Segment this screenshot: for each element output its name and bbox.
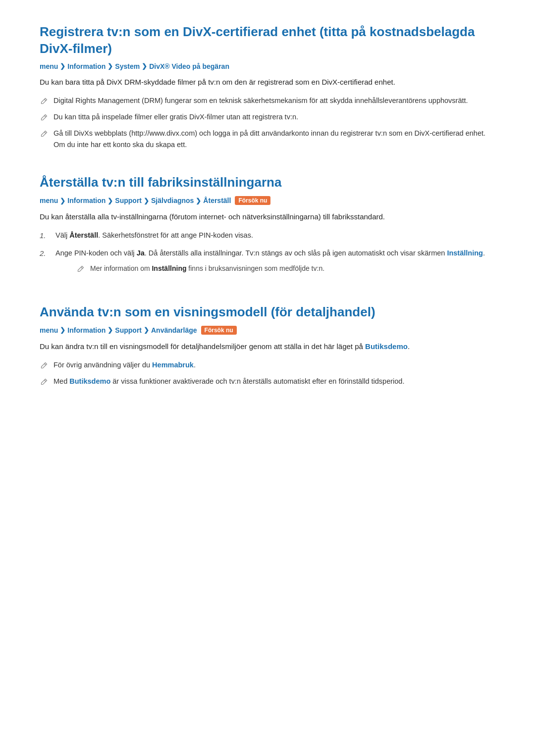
list-item: Mer information om Inställning finns i b… (76, 263, 485, 274)
step-2-content: Ange PIN-koden och välj Ja. Då återställ… (55, 248, 485, 280)
breadcrumb-store-sep-2: ❯ (107, 326, 113, 334)
list-item: 2. Ange PIN-koden och välj Ja. Då återst… (40, 248, 495, 280)
sub-bullet-1-text: Mer information om Inställning finns i b… (90, 263, 324, 274)
divx-bullet-list: Digital Rights Management (DRM) fungerar… (40, 95, 495, 151)
store-bullet-list: För övrig användning väljer du Hemmabruk… (40, 359, 495, 387)
breadcrumb-store-sep-1: ❯ (60, 326, 65, 334)
try-now-badge-reset[interactable]: Försök nu (235, 196, 270, 205)
reset-steps-list: 1. Välj Återställ. Säkerhetsfönstret för… (40, 230, 495, 280)
section-store: Använda tv:n som en visningsmodell (för … (40, 304, 495, 387)
breadcrumb-reset-sep-3: ❯ (144, 197, 149, 204)
pencil-icon-store-2 (40, 377, 49, 386)
svg-line-4 (45, 363, 46, 365)
section-divx: Registrera tv:n som en DivX-certifierad … (40, 24, 495, 151)
breadcrumb-menu: menu (40, 62, 58, 70)
step-num-2: 2. (40, 248, 50, 259)
list-item: Du kan titta på inspelade filmer eller g… (40, 111, 495, 123)
breadcrumb-reset-information: Information (67, 197, 106, 204)
breadcrumb-reset-sep-1: ❯ (60, 197, 65, 204)
svg-line-3 (81, 267, 83, 269)
breadcrumb-store-sep-3: ❯ (144, 326, 149, 334)
pencil-icon-3 (40, 129, 49, 138)
svg-line-5 (45, 380, 46, 381)
list-item: Digital Rights Management (DRM) fungerar… (40, 95, 495, 106)
breadcrumb-divx-video: DivX® Video på begäran (149, 62, 229, 70)
breadcrumb-store-menu: menu (40, 326, 58, 334)
breadcrumb-reset-sep-4: ❯ (196, 197, 201, 204)
breadcrumb-system: System (115, 62, 140, 70)
svg-line-0 (45, 99, 46, 101)
pencil-icon-store-1 (40, 361, 49, 370)
list-item: Gå till DivXs webbplats (http://www.divx… (40, 128, 495, 151)
divx-bullet-1-text: Digital Rights Management (DRM) fungerar… (54, 95, 468, 106)
step-1-text: Välj Återställ. Säkerhetsfönstret för at… (55, 230, 253, 241)
breadcrumb-divx: menu ❯ Information ❯ System ❯ DivX® Vide… (40, 62, 495, 70)
breadcrumb-sep-3: ❯ (142, 62, 147, 70)
divx-intro: Du kan bara titta på DivX DRM-skyddade f… (40, 76, 495, 88)
list-item: För övrig användning väljer du Hemmabruk… (40, 359, 495, 371)
breadcrumb-information-1: Information (67, 62, 106, 70)
breadcrumb-store-support: Support (115, 326, 142, 334)
pencil-icon-2 (40, 113, 49, 122)
section-store-title: Använda tv:n som en visningsmodell (för … (40, 304, 495, 321)
breadcrumb-reset-selfdiagnos: Självdiagnos (151, 197, 194, 204)
list-item: 1. Välj Återställ. Säkerhetsfönstret för… (40, 230, 495, 242)
section-divx-title: Registrera tv:n som en DivX-certifierad … (40, 24, 495, 57)
breadcrumb-reset-sep-2: ❯ (107, 197, 113, 204)
breadcrumb-reset-support: Support (115, 197, 142, 204)
section-reset-title: Återställa tv:n till fabriksinställninga… (40, 174, 495, 191)
breadcrumb-store-information: Information (67, 326, 106, 334)
store-intro: Du kan ändra tv:n till en visningsmodell… (40, 341, 495, 353)
store-bullet-2-text: Med Butiksdemo är vissa funktioner avakt… (54, 376, 404, 387)
breadcrumb-sep-1: ❯ (60, 62, 65, 70)
step-num-1: 1. (40, 230, 50, 242)
svg-line-1 (45, 115, 46, 117)
breadcrumb-sep-2: ❯ (107, 62, 113, 70)
pencil-icon-sub (76, 264, 85, 273)
reset-intro: Du kan återställa alla tv-inställningarn… (40, 211, 495, 223)
breadcrumb-reset-menu: menu (40, 197, 58, 204)
list-item: Med Butiksdemo är vissa funktioner avakt… (40, 376, 495, 387)
step-2-sub-bullets: Mer information om Inställning finns i b… (76, 263, 485, 274)
breadcrumb-reset: menu ❯ Information ❯ Support ❯ Självdiag… (40, 196, 495, 205)
section-reset: Återställa tv:n till fabriksinställninga… (40, 174, 495, 280)
breadcrumb-store-anvandarlag: Användarläge (151, 326, 197, 334)
step-2-text: Ange PIN-koden och välj Ja. Då återställ… (55, 249, 485, 257)
pencil-icon-1 (40, 97, 49, 105)
breadcrumb-store: menu ❯ Information ❯ Support ❯ Användarl… (40, 326, 495, 335)
breadcrumb-reset-aterstall: Återställ (203, 197, 231, 204)
divx-bullet-2-text: Du kan titta på inspelade filmer eller g… (54, 111, 298, 123)
divx-bullet-3-text: Gå till DivXs webbplats (http://www.divx… (54, 128, 495, 151)
try-now-badge-store[interactable]: Försök nu (201, 326, 237, 335)
store-bullet-1-text: För övrig användning väljer du Hemmabruk… (54, 359, 196, 371)
svg-line-2 (45, 132, 46, 133)
sub-bullet-list: Mer information om Inställning finns i b… (76, 263, 485, 274)
